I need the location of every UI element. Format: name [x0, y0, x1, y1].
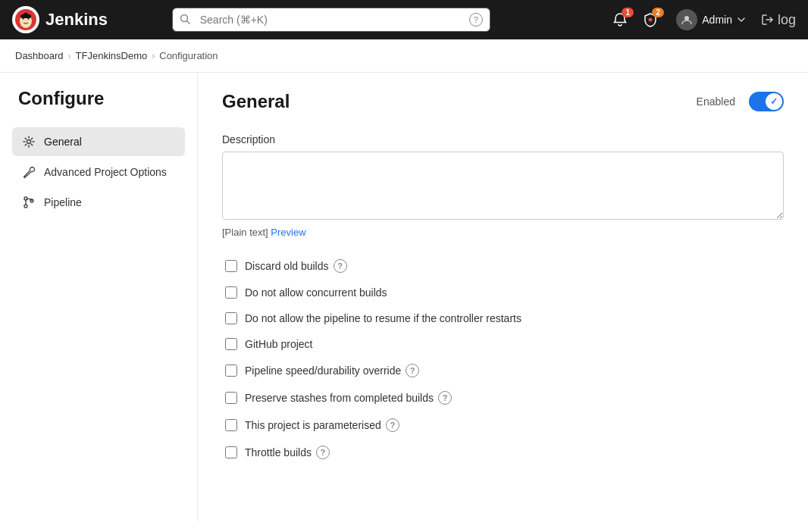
checkbox-no_resume[interactable]: [225, 312, 237, 324]
checkbox-pipeline_speed[interactable]: [225, 365, 237, 377]
header-actions: 1 2 Admin: [609, 6, 796, 33]
description-textarea[interactable]: [222, 152, 784, 220]
checkbox-label-discard: Discard old builds?: [245, 259, 347, 273]
svg-point-13: [27, 140, 31, 144]
jenkins-logo-icon: [12, 6, 39, 33]
sidebar-item-pipeline[interactable]: Pipeline: [12, 188, 185, 217]
checkbox-label-preserve_stashes: Preserve stashes from completed builds?: [245, 391, 452, 405]
help-button-pipeline_speed[interactable]: ?: [406, 364, 419, 377]
checkbox-item-parameterised: This project is parameterised?: [222, 412, 784, 438]
checkbox-item-no_concurrent: Do not allow concurrent builds: [222, 280, 784, 305]
checkbox-item-discard: Discard old builds?: [222, 253, 784, 279]
breadcrumb-dashboard[interactable]: Dashboard: [15, 50, 64, 61]
logout-icon: [761, 13, 775, 27]
help-button-parameterised[interactable]: ?: [386, 418, 399, 432]
checkbox-label-pipeline_speed: Pipeline speed/durability override?: [245, 364, 419, 377]
description-label: Description: [222, 133, 784, 146]
description-group: Description [Plain text] Preview: [222, 133, 784, 238]
checkbox-no_concurrent[interactable]: [225, 286, 237, 299]
breadcrumb: Dashboard › TFJenkinsDemo › Configuratio…: [0, 39, 808, 73]
checkbox-item-github: GitHub project: [222, 332, 784, 356]
help-button-discard[interactable]: ?: [334, 259, 347, 273]
breadcrumb-sep-2: ›: [152, 51, 155, 61]
app-header: Jenkins ? 1 2: [0, 0, 808, 39]
sidebar: Configure General Advanced Project Op: [0, 73, 197, 521]
svg-point-10: [649, 18, 653, 22]
sidebar-item-advanced-label: Advanced Project Options: [44, 166, 167, 178]
search-help-icon[interactable]: ?: [469, 13, 483, 27]
main-content: General Enabled ✓ Description [Plain tex…: [197, 73, 808, 521]
sidebar-item-advanced[interactable]: Advanced Project Options: [12, 158, 185, 186]
svg-rect-7: [23, 13, 28, 16]
enabled-label: Enabled: [697, 95, 735, 108]
search-input[interactable]: [172, 8, 490, 32]
security-button[interactable]: 2: [640, 9, 661, 30]
checkbox-preserve_stashes[interactable]: [225, 392, 237, 404]
help-button-preserve_stashes[interactable]: ?: [438, 391, 452, 405]
wrench-icon: [21, 165, 36, 179]
checkbox-label-parameterised: This project is parameterised?: [245, 418, 399, 432]
checkbox-label-throttle: Throttle builds?: [245, 446, 330, 459]
enabled-toggle[interactable]: ✓: [749, 92, 784, 111]
help-button-throttle[interactable]: ?: [316, 446, 330, 459]
chevron-down-icon: [737, 15, 746, 24]
logout-button[interactable]: log: [761, 12, 796, 28]
username-label: Admin: [702, 14, 732, 26]
jenkins-title: Jenkins: [45, 10, 108, 30]
toggle-checkmark: ✓: [766, 93, 782, 110]
svg-point-11: [684, 16, 689, 20]
checkbox-item-pipeline_speed: Pipeline speed/durability override?: [222, 358, 784, 383]
checkbox-item-preserve_stashes: Preserve stashes from completed builds?: [222, 385, 784, 411]
breadcrumb-current: Configuration: [159, 50, 218, 61]
checkbox-item-throttle: Throttle builds?: [222, 440, 784, 465]
plain-text-label: [Plain text]: [222, 227, 268, 238]
logout-label: log: [778, 12, 796, 28]
checkbox-item-no_resume: Do not allow the pipeline to resume if t…: [222, 306, 784, 330]
notifications-button[interactable]: 1: [609, 9, 631, 30]
user-avatar: [676, 9, 697, 30]
search-bar: ?: [172, 8, 490, 32]
sidebar-item-general-label: General: [44, 136, 82, 148]
preview-link[interactable]: Preview: [271, 227, 305, 238]
search-icon: [180, 14, 190, 27]
description-hint: [Plain text] Preview: [222, 227, 784, 238]
checkbox-parameterised[interactable]: [225, 419, 237, 431]
checkbox-label-no_concurrent: Do not allow concurrent builds: [245, 286, 387, 299]
breadcrumb-project[interactable]: TFJenkinsDemo: [76, 50, 148, 61]
svg-line-9: [186, 20, 189, 23]
enabled-toggle-wrap: Enabled ✓: [697, 92, 784, 111]
section-title: General: [222, 91, 290, 112]
sidebar-nav: General Advanced Project Options: [12, 127, 185, 217]
sidebar-item-pipeline-label: Pipeline: [44, 196, 82, 208]
section-header: General Enabled ✓: [222, 91, 784, 112]
checkbox-github[interactable]: [225, 338, 237, 350]
checkbox-label-no_resume: Do not allow the pipeline to resume if t…: [245, 312, 521, 324]
user-menu[interactable]: Admin: [670, 6, 752, 33]
breadcrumb-sep-1: ›: [68, 51, 71, 61]
options-list: Discard old builds?Do not allow concurre…: [222, 253, 784, 465]
checkbox-label-github: GitHub project: [245, 338, 312, 350]
checkbox-discard[interactable]: [225, 260, 237, 272]
checkbox-throttle[interactable]: [225, 446, 237, 458]
gear-icon: [21, 135, 36, 149]
sidebar-item-general[interactable]: General: [12, 127, 185, 156]
configure-title: Configure: [12, 88, 185, 109]
security-badge: 2: [652, 8, 664, 17]
jenkins-logo[interactable]: Jenkins: [12, 6, 108, 33]
notification-badge: 1: [622, 8, 634, 17]
main-layout: Configure General Advanced Project Op: [0, 73, 808, 521]
branch-icon: [21, 196, 36, 209]
